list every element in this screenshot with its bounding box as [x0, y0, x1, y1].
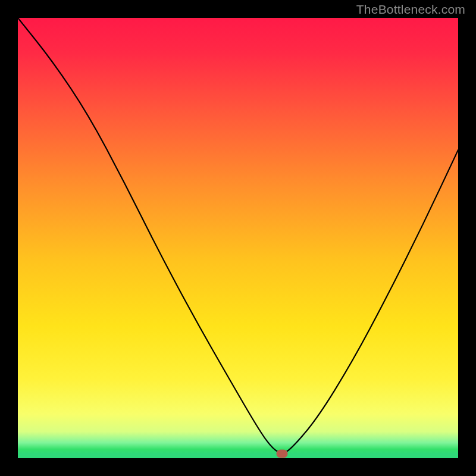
- optimum-marker: [277, 450, 287, 458]
- attribution-text: TheBottleneck.com: [356, 2, 465, 17]
- plot-area: [18, 18, 458, 458]
- curve-layer: [18, 18, 458, 458]
- chart-frame: TheBottleneck.com: [0, 0, 476, 476]
- bottleneck-curve: [18, 18, 458, 453]
